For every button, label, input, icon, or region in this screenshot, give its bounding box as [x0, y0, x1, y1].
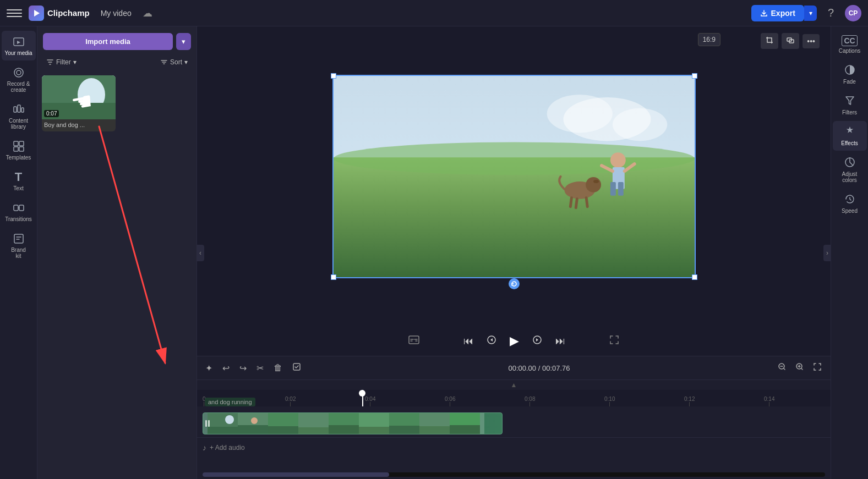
- sidebar-item-brand[interactable]: Brandkit: [2, 228, 36, 263]
- user-avatar[interactable]: CP: [845, 5, 861, 21]
- rewind-button[interactable]: [484, 333, 499, 350]
- resize-handle-br[interactable]: [692, 274, 697, 280]
- svg-point-16: [90, 82, 107, 96]
- text-icon: T: [12, 170, 25, 184]
- ruler-marks: 0 0:02 0:04 0:06: [197, 390, 831, 406]
- more-options-button[interactable]: •••: [803, 34, 820, 48]
- zoom-out-button[interactable]: [774, 361, 790, 375]
- video-track: and dog running: [197, 410, 831, 437]
- svg-point-19: [83, 99, 89, 102]
- svg-rect-11: [14, 205, 18, 211]
- media-item-name: Boy and dog ...: [42, 119, 116, 131]
- sidebar-item-transitions[interactable]: Transitions: [2, 197, 36, 227]
- sidebar-item-record-create[interactable]: Record &create: [2, 62, 36, 97]
- clip-thumb-7: [389, 413, 419, 434]
- resize-handle-tl[interactable]: [331, 73, 336, 79]
- preview-area: 16:9 •••: [197, 26, 831, 326]
- undo-button[interactable]: ↩: [220, 361, 232, 375]
- delete-button[interactable]: 🗑: [271, 361, 285, 375]
- zoom-in-button[interactable]: [792, 361, 807, 375]
- right-panel-collapse-button[interactable]: ›: [823, 245, 831, 261]
- fade-icon: [844, 64, 856, 77]
- playhead[interactable]: [362, 390, 363, 406]
- captions-icon: CC: [842, 35, 857, 46]
- effects-icon: [844, 125, 856, 139]
- video-title[interactable]: My video: [96, 7, 136, 20]
- timeline-collapse-button[interactable]: ▲: [511, 381, 517, 389]
- crop-tool-button[interactable]: [761, 33, 778, 49]
- sidebar-item-filters[interactable]: Filters: [833, 90, 867, 120]
- forward-button[interactable]: [530, 333, 544, 350]
- media-item-boy-and-dog[interactable]: 0:07 Boy and dog ...: [42, 75, 116, 131]
- help-button[interactable]: ?: [823, 7, 838, 19]
- fullscreen-button[interactable]: [609, 335, 619, 347]
- skip-to-end-button[interactable]: ⏭: [553, 333, 567, 349]
- timeline-time-display: 00:00.00 / 00:07.76: [508, 364, 570, 372]
- main-layout: Your media Record &create Contentlibrary: [0, 26, 868, 479]
- save-icon[interactable]: ☁: [143, 7, 152, 19]
- filters-icon: [844, 95, 856, 108]
- sidebar-item-fade[interactable]: Fade: [833, 59, 867, 89]
- sidebar-item-effects[interactable]: Effects: [833, 121, 867, 151]
- transitions-icon: [12, 201, 25, 214]
- svg-rect-10: [19, 147, 24, 151]
- svg-rect-57: [298, 427, 329, 434]
- save-clip-button[interactable]: [290, 361, 304, 375]
- svg-point-37: [593, 179, 599, 183]
- sidebar-item-text[interactable]: T Text: [2, 166, 36, 196]
- svg-line-40: [586, 197, 587, 206]
- sidebar-item-your-media[interactable]: Your media: [2, 31, 36, 60]
- magic-tool-button[interactable]: ✦: [203, 361, 215, 375]
- import-media-button[interactable]: Import media: [43, 33, 173, 50]
- media-duration: 0:07: [44, 110, 59, 117]
- sidebar-item-content-library[interactable]: Contentlibrary: [2, 98, 36, 134]
- resize-handle-bl[interactable]: [331, 274, 336, 280]
- export-dropdown-button[interactable]: ▾: [804, 5, 817, 21]
- timeline-scrollbar-thumb[interactable]: [203, 472, 389, 477]
- resize-tool-button[interactable]: [782, 33, 799, 49]
- sidebar-item-speed[interactable]: Speed: [833, 189, 867, 218]
- play-button[interactable]: ▶: [507, 332, 521, 350]
- svg-point-3: [14, 68, 23, 77]
- menu-icon[interactable]: [7, 5, 22, 21]
- rotate-handle[interactable]: [509, 278, 520, 289]
- filter-button[interactable]: Filter ▾: [43, 57, 80, 68]
- video-preview-container: [332, 75, 696, 278]
- sort-button[interactable]: Sort ▾: [157, 57, 191, 68]
- captions-button[interactable]: [408, 335, 419, 347]
- timeline-scrollbar[interactable]: [203, 472, 825, 477]
- svg-rect-6: [21, 108, 24, 112]
- sidebar-label-transitions: Transitions: [5, 216, 32, 222]
- ruler-mark-0-02: 0:02: [285, 396, 296, 406]
- ruler-mark-0-14: 0:14: [764, 396, 774, 406]
- sidebar-item-templates[interactable]: Templates: [2, 135, 36, 165]
- svg-point-29: [610, 152, 625, 168]
- record-create-icon: [12, 66, 25, 79]
- svg-rect-31: [610, 181, 615, 195]
- svg-rect-67: [450, 425, 480, 434]
- cut-button[interactable]: ✂: [254, 361, 266, 375]
- svg-rect-61: [359, 427, 389, 434]
- adjust-colors-label: Adjustcolors: [842, 171, 858, 183]
- svg-point-36: [586, 177, 601, 192]
- svg-rect-59: [329, 425, 359, 434]
- clip-handle-right[interactable]: [480, 413, 484, 434]
- svg-rect-52: [238, 425, 268, 434]
- svg-point-25: [547, 94, 612, 133]
- export-button[interactable]: Export: [751, 5, 804, 21]
- center-area: 16:9 •••: [197, 26, 831, 479]
- aspect-ratio-display[interactable]: 16:9: [698, 33, 720, 46]
- add-audio-row[interactable]: ♪ + Add audio: [197, 437, 831, 457]
- clip-thumb-6: [359, 413, 389, 434]
- media-panel-collapse-button[interactable]: ‹: [196, 245, 204, 261]
- fit-timeline-button[interactable]: [810, 361, 825, 375]
- left-sidebar: Your media Record &create Contentlibrary: [0, 26, 37, 479]
- sidebar-item-adjust-colors[interactable]: Adjustcolors: [833, 152, 867, 188]
- import-media-dropdown[interactable]: ▾: [176, 33, 191, 50]
- video-clip[interactable]: [203, 412, 503, 434]
- resize-handle-tr[interactable]: [692, 73, 697, 79]
- timeline-tracks: and dog running: [197, 406, 831, 472]
- redo-button[interactable]: ↪: [237, 361, 249, 375]
- skip-to-start-button[interactable]: ⏮: [461, 333, 476, 349]
- sidebar-item-captions[interactable]: CC Captions: [833, 31, 867, 58]
